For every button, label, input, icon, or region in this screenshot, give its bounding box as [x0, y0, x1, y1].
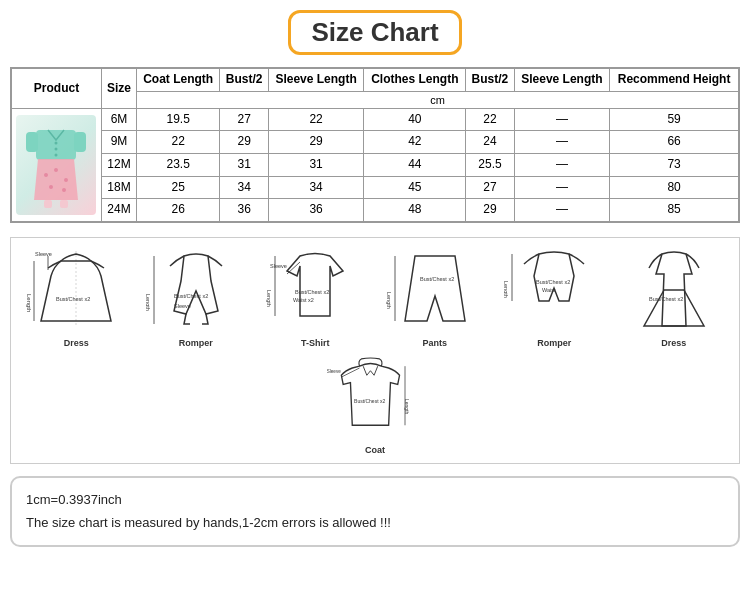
svg-point-7 [54, 168, 58, 172]
table-cell: 22 [136, 131, 220, 154]
product-image-cell [12, 108, 102, 221]
col-bust2-1: Bust/2 [220, 69, 268, 92]
table-cell: 27 [220, 108, 268, 131]
svg-point-10 [62, 188, 66, 192]
table-cell: 26 [136, 199, 220, 222]
table-cell: 9M [102, 131, 137, 154]
col-sleeve-length-2: Sleeve Length [514, 69, 610, 92]
col-coat-length: Coat Length [136, 69, 220, 92]
table-cell: 73 [610, 154, 739, 177]
table-cell: 25 [136, 176, 220, 199]
table-row: 24M2636364829—85 [12, 199, 739, 222]
size-chart-table: Product Size Coat Length Bust/2 Sleeve L… [10, 67, 740, 223]
table-cell: 36 [220, 199, 268, 222]
svg-text:Length: Length [404, 399, 410, 415]
diagram-dress2-label: Dress [661, 338, 686, 348]
diagram-romper2: Length Bust/Chest x2 Waist Romper [499, 246, 609, 348]
table-cell: 22 [466, 108, 514, 131]
table-cell: 29 [466, 199, 514, 222]
svg-point-2 [55, 147, 58, 150]
table-cell: — [514, 176, 610, 199]
table-cell: 31 [220, 154, 268, 177]
svg-point-8 [64, 178, 68, 182]
svg-point-3 [55, 153, 58, 156]
diagram-pants-label: Pants [422, 338, 447, 348]
diagram-romper-label: Romper [179, 338, 213, 348]
svg-rect-11 [44, 200, 52, 208]
svg-rect-4 [26, 132, 38, 152]
svg-text:Length: Length [266, 290, 272, 307]
table-cell: 23.5 [136, 154, 220, 177]
diagram-coat-label: Coat [365, 445, 385, 455]
svg-point-6 [44, 173, 48, 177]
diagram-tshirt-label: T-Shirt [301, 338, 330, 348]
svg-text:Sleeve: Sleeve [327, 369, 341, 374]
table-cell: — [514, 199, 610, 222]
diagram-romper: Length Bust/Chest x2 Sleeve Romper [141, 246, 251, 348]
svg-text:Bust/Chest x2: Bust/Chest x2 [536, 279, 570, 285]
diagram-dress-label: Dress [64, 338, 89, 348]
table-cell: 59 [610, 108, 739, 131]
diagram-romper2-label: Romper [537, 338, 571, 348]
svg-text:Bust/Chest x2: Bust/Chest x2 [174, 293, 208, 299]
svg-rect-12 [60, 200, 68, 208]
note-line2: The size chart is measured by hands,1-2c… [26, 511, 724, 534]
col-recommend-height: Recommend Height [610, 69, 739, 92]
table-cell: 29 [268, 131, 364, 154]
table-cell: 24 [466, 131, 514, 154]
col-product: Product [12, 69, 102, 109]
table-row: 9M2229294224—66 [12, 131, 739, 154]
diagram-dress: Length Sleeve Bust/Chest x2 Dress [21, 246, 131, 348]
col-clothes-length: Clothes Length [364, 69, 466, 92]
table-cell: 34 [268, 176, 364, 199]
table-cell: 25.5 [466, 154, 514, 177]
table-cell: 45 [364, 176, 466, 199]
garment-diagrams: Length Sleeve Bust/Chest x2 Dress Length… [10, 237, 740, 464]
diagram-coat: Length Sleeve Bust/Chest x2 Coat [320, 353, 430, 455]
svg-text:Length: Length [386, 292, 392, 309]
table-cell: 66 [610, 131, 739, 154]
table-cell: 31 [268, 154, 364, 177]
svg-point-1 [55, 141, 58, 144]
table-cell: 34 [220, 176, 268, 199]
svg-text:Bust/Chest x2: Bust/Chest x2 [354, 397, 385, 403]
table-cell: 80 [610, 176, 739, 199]
table-cell: 42 [364, 131, 466, 154]
svg-text:Waist x2: Waist x2 [293, 297, 314, 303]
svg-text:Length: Length [26, 294, 32, 312]
table-cell: 19.5 [136, 108, 220, 131]
product-image [16, 115, 96, 215]
table-cell: 18M [102, 176, 137, 199]
table-cell: — [514, 108, 610, 131]
diagram-pants: Length Bust/Chest x2 Pants [380, 246, 490, 348]
table-cell: 24M [102, 199, 137, 222]
svg-text:Sleeve: Sleeve [35, 251, 52, 257]
svg-text:Sleeve: Sleeve [174, 303, 191, 309]
svg-text:Bust/Chest x2: Bust/Chest x2 [295, 289, 329, 295]
table-cell: 44 [364, 154, 466, 177]
unit-label: cm [136, 91, 738, 108]
svg-text:Length: Length [146, 294, 151, 311]
table-cell: 48 [364, 199, 466, 222]
table-row: 12M23.531314425.5—73 [12, 154, 739, 177]
table-cell: 12M [102, 154, 137, 177]
page-title: Size Chart [288, 10, 461, 55]
table-cell: — [514, 131, 610, 154]
table-cell: 85 [610, 199, 739, 222]
svg-text:Sleeve: Sleeve [270, 263, 287, 269]
table-cell: — [514, 154, 610, 177]
col-sleeve-length-1: Sleeve Length [268, 69, 364, 92]
svg-text:Bust/Chest x2: Bust/Chest x2 [420, 276, 454, 282]
table-cell: 29 [220, 131, 268, 154]
diagram-tshirt: Length Sleeve Bust/Chest x2 Waist x2 T-S… [260, 246, 370, 348]
svg-text:Waist: Waist [542, 287, 556, 293]
notes-section: 1cm=0.3937inch The size chart is measure… [10, 476, 740, 547]
note-line1: 1cm=0.3937inch [26, 488, 724, 511]
svg-text:Bust/Chest x2: Bust/Chest x2 [56, 296, 90, 302]
diagram-dress2: Bust/Chest x2 Dress [619, 246, 729, 348]
svg-text:Bust/Chest x2: Bust/Chest x2 [649, 296, 683, 302]
table-row: 18M2534344527—80 [12, 176, 739, 199]
table-cell: 27 [466, 176, 514, 199]
svg-rect-5 [74, 132, 86, 152]
table-row: 6M19.527224022—59 [12, 108, 739, 131]
